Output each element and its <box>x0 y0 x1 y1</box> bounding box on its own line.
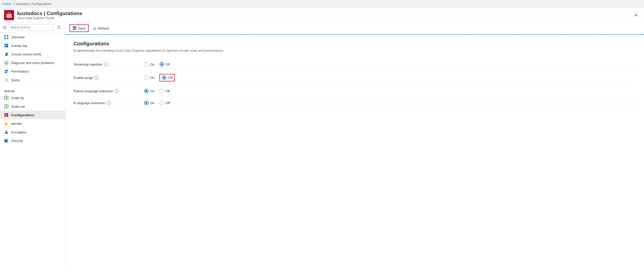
python-extension-on[interactable]: On <box>144 89 154 93</box>
security-icon <box>4 138 9 143</box>
sidebar-item-label: Configurations <box>11 113 34 117</box>
page-header: kustodocs | Configurations Azure Data Ex… <box>0 8 644 22</box>
content-title: Configurations <box>74 41 636 47</box>
save-button[interactable]: Save <box>70 24 89 32</box>
toolbar: Save Refresh <box>65 22 644 34</box>
svg-rect-7 <box>7 35 8 37</box>
svg-line-5 <box>6 28 7 29</box>
svg-rect-26 <box>5 113 8 117</box>
sidebar-item-label: Overview <box>11 35 25 39</box>
enable-purge-off-highlighted: Off <box>159 74 175 81</box>
r-extension-off[interactable]: Off <box>159 101 170 105</box>
svg-point-32 <box>6 133 7 133</box>
sidebar-item-label: Security <box>11 139 23 143</box>
svg-line-21 <box>8 81 8 82</box>
sidebar-item-label: Diagnose and solve problems <box>11 61 54 65</box>
sidebar-item-label: Activity log <box>11 44 27 48</box>
sidebar-item-scale-out[interactable]: Scale out <box>0 102 65 111</box>
enable-purge-off[interactable]: Off <box>162 75 172 80</box>
svg-point-16 <box>5 61 8 65</box>
python-extension-info-icon[interactable]: i <box>115 89 119 93</box>
header-title-block: kustodocs | Configurations Azure Data Ex… <box>17 11 82 20</box>
access-control-icon <box>4 52 9 56</box>
streaming-ingestion-off-label: Off <box>165 63 170 66</box>
streaming-ingestion-row: Streaming ingestion i On Off <box>74 58 636 70</box>
streaming-ingestion-on[interactable]: On <box>144 62 154 67</box>
svg-rect-9 <box>7 38 8 39</box>
sidebar-item-activity-log[interactable]: Activity log <box>0 41 65 50</box>
sidebar: Overview Activity log <box>0 22 65 268</box>
breadcrumb-sep: > <box>13 2 14 6</box>
activity-log-icon <box>4 43 9 48</box>
streaming-ingestion-radio-group: On Off <box>144 62 170 67</box>
r-extension-off-circle <box>159 101 164 105</box>
r-extension-on[interactable]: On <box>144 101 154 105</box>
refresh-icon <box>92 26 96 30</box>
python-extension-off[interactable]: Off <box>159 89 170 93</box>
streaming-ingestion-info-icon[interactable]: i <box>104 62 108 66</box>
svg-point-20 <box>6 79 7 80</box>
content-description: Enable/disable the following Azure Data … <box>74 49 636 52</box>
enable-purge-on-label: On <box>150 76 154 80</box>
main-layout: Overview Activity log <box>0 22 644 268</box>
streaming-ingestion-off[interactable]: Off <box>159 62 170 67</box>
enable-purge-info-icon[interactable]: i <box>94 76 98 80</box>
sidebar-item-label: Scale up <box>11 96 24 100</box>
save-label: Save <box>78 26 86 30</box>
svg-rect-6 <box>4 35 6 37</box>
sidebar-item-label: Identity <box>11 122 22 126</box>
identity-icon <box>4 121 9 126</box>
python-extension-off-label: Off <box>165 89 170 93</box>
sidebar-item-access-control[interactable]: Access control (IAM) <box>0 50 65 58</box>
enable-purge-off-label: Off <box>168 76 172 80</box>
main-content: Save Refresh Configurations Enable/disab… <box>65 22 644 268</box>
svg-rect-34 <box>74 27 75 28</box>
svg-point-15 <box>7 53 8 54</box>
page-title: kustodocs | Configurations <box>17 11 82 16</box>
r-extension-info-icon[interactable]: i <box>107 101 111 105</box>
enable-purge-on[interactable]: On <box>144 75 154 80</box>
sidebar-item-permissions[interactable]: Permissions <box>0 67 65 76</box>
enable-purge-on-circle <box>144 75 149 80</box>
close-button[interactable]: ✕ <box>632 11 640 19</box>
search-icon <box>3 26 7 29</box>
resource-icon <box>4 10 14 20</box>
sidebar-item-diagnose[interactable]: Diagnose and solve problems <box>0 58 65 67</box>
sidebar-item-label: Scale out <box>11 105 25 108</box>
python-extension-row: Python language extension i On Off <box>74 85 636 97</box>
python-extension-off-circle <box>159 89 164 93</box>
r-extension-off-label: Off <box>165 101 170 105</box>
collapse-sidebar-button[interactable] <box>55 25 62 31</box>
sidebar-item-security[interactable]: Security <box>0 136 65 145</box>
top-bar: Home > kustodocs | Configurations <box>0 0 644 8</box>
refresh-button[interactable]: Refresh <box>90 25 112 32</box>
search-input[interactable] <box>8 24 54 31</box>
sidebar-item-scale-up[interactable]: Scale up <box>0 94 65 102</box>
sidebar-item-configurations[interactable]: Configurations <box>0 111 65 119</box>
enable-purge-label: Enable purge i <box>74 76 144 80</box>
svg-rect-8 <box>4 38 6 39</box>
sidebar-item-label: Encryption <box>11 130 26 134</box>
refresh-label: Refresh <box>98 26 110 30</box>
save-icon <box>73 26 77 30</box>
breadcrumb-current: kustodocs | Configurations <box>16 2 51 6</box>
svg-rect-3 <box>9 16 10 16</box>
sidebar-item-overview[interactable]: Overview <box>0 33 65 41</box>
r-extension-label: R language extension i <box>74 101 144 105</box>
sidebar-item-identity[interactable]: Identity <box>0 119 65 128</box>
query-icon <box>4 78 9 82</box>
scale-up-icon <box>4 96 9 100</box>
sidebar-item-encryption[interactable]: Encryption <box>0 128 65 136</box>
svg-point-14 <box>6 53 7 54</box>
nav-divider <box>4 85 61 85</box>
python-extension-radio-group: On Off <box>144 89 170 93</box>
r-extension-row: R language extension i On Off <box>74 97 636 109</box>
scale-out-icon <box>4 104 9 109</box>
header-left: kustodocs | Configurations Azure Data Ex… <box>4 10 82 20</box>
svg-point-18 <box>7 70 8 71</box>
permissions-icon <box>4 69 9 74</box>
sidebar-item-query[interactable]: Query <box>0 76 65 84</box>
svg-point-30 <box>6 122 7 124</box>
home-link[interactable]: Home <box>3 2 11 6</box>
enable-purge-row: Enable purge i On Off <box>74 70 636 85</box>
